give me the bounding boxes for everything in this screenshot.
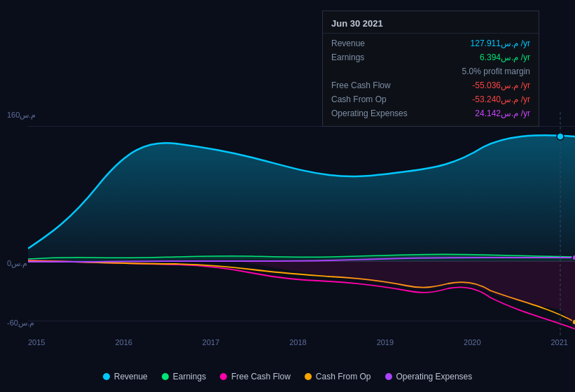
x-label-2021: 2021 — [550, 338, 567, 346]
tooltip-earnings-row: Earnings 6.394م.س /yr — [323, 50, 539, 64]
legend-dot-earnings — [162, 373, 169, 380]
legend-label-cfo: Cash From Op — [316, 372, 371, 382]
legend-dot-cfo — [305, 373, 312, 380]
svg-point-4 — [572, 255, 575, 260]
legend-label-earnings: Earnings — [173, 372, 206, 382]
x-label-2018: 2018 — [289, 338, 306, 346]
tooltip-earnings-value: 6.394م.س /yr — [480, 52, 530, 62]
tooltip-fcf-value: -55.036م.س /yr — [472, 80, 530, 90]
legend-cfo[interactable]: Cash From Op — [305, 372, 371, 382]
legend-fcf[interactable]: Free Cash Flow — [220, 372, 291, 382]
tooltip-cfo-label: Cash From Op — [331, 94, 415, 104]
legend-dot-fcf — [220, 373, 227, 380]
x-label-2015: 2015 — [28, 338, 45, 346]
x-label-2020: 2020 — [464, 338, 480, 346]
svg-point-2 — [557, 133, 564, 140]
tooltip-revenue-label: Revenue — [331, 38, 415, 48]
chart-legend: Revenue Earnings Free Cash Flow Cash Fro… — [0, 372, 575, 382]
main-chart-svg — [28, 112, 575, 336]
tooltip-profit-margin-row: 5.0% profit margin — [323, 64, 539, 78]
x-label-2019: 2019 — [377, 338, 394, 346]
x-label-2017: 2017 — [202, 338, 219, 346]
tooltip-profit-margin-value: 5.0% profit margin — [462, 66, 530, 76]
tooltip-opex-value: 24.142م.س /yr — [475, 108, 530, 118]
tooltip-opex-row: Operating Expenses 24.142م.س /yr — [323, 106, 539, 120]
legend-label-fcf: Free Cash Flow — [231, 372, 291, 382]
tooltip-profit-margin-label — [331, 66, 415, 76]
tooltip-revenue-row: Revenue 127.911م.س /yr — [323, 36, 539, 50]
tooltip-earnings-label: Earnings — [331, 52, 415, 62]
svg-point-3 — [572, 319, 575, 325]
legend-opex[interactable]: Operating Expenses — [385, 372, 473, 382]
y-label-0: 0م.س — [7, 259, 27, 268]
legend-label-opex: Operating Expenses — [396, 372, 473, 382]
tooltip-opex-label: Operating Expenses — [331, 108, 415, 118]
legend-earnings[interactable]: Earnings — [162, 372, 206, 382]
legend-revenue[interactable]: Revenue — [103, 372, 148, 382]
legend-label-revenue: Revenue — [114, 372, 148, 382]
tooltip-fcf-row: Free Cash Flow -55.036م.س /yr — [323, 78, 539, 92]
legend-dot-revenue — [103, 373, 110, 380]
tooltip-cfo-value: -53.240م.س /yr — [472, 94, 530, 104]
x-axis-labels: 2015 2016 2017 2018 2019 2020 2021 — [28, 338, 568, 346]
chart-container: 160م.س 0م.س -60م.س — [0, 0, 575, 392]
tooltip-cfo-row: Cash From Op -53.240م.س /yr — [323, 92, 539, 106]
x-label-2016: 2016 — [115, 338, 132, 346]
legend-dot-opex — [385, 373, 392, 380]
tooltip-fcf-label: Free Cash Flow — [331, 80, 415, 90]
tooltip-date: Jun 30 2021 — [323, 17, 539, 34]
tooltip-box: Jun 30 2021 Revenue 127.911م.س /yr Earni… — [322, 10, 539, 127]
tooltip-revenue-value: 127.911م.س /yr — [471, 38, 530, 48]
